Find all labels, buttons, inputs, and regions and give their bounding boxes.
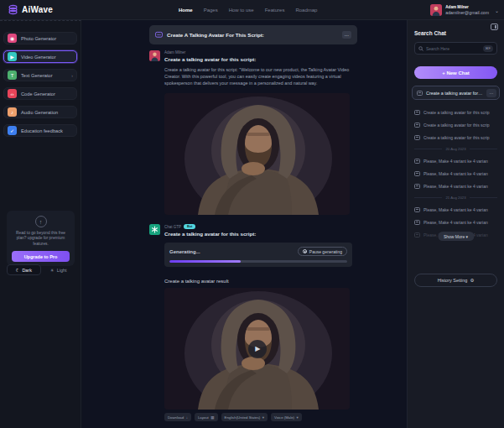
history-item[interactable]: Create a talking avatar for this scrip: [414, 107, 497, 118]
bot-badge: Bot: [184, 224, 195, 229]
chat-options-button[interactable]: ⋯: [486, 89, 496, 97]
main-nav: Home Pages How to use Features Roadmap: [179, 0, 317, 20]
history-item[interactable]: Please, Make 4 variant ke 4 varian: [414, 204, 497, 216]
history-item-label: Please, Make 4 variant ke 4 varian: [423, 207, 488, 212]
progress-fill: [169, 260, 241, 263]
light-label: Light: [57, 268, 67, 273]
date-divider: 21 Aug 2023: [414, 196, 497, 200]
chat-bubble-icon: [155, 31, 163, 39]
nav-roadmap[interactable]: Roadmap: [295, 8, 317, 13]
sidebar-item-audio-generation[interactable]: ♪ Audio Generation: [3, 106, 77, 118]
chevron-down-icon: ▾: [296, 415, 298, 420]
upload-arrow-icon: ↑: [35, 216, 47, 227]
download-icon: ↓: [186, 415, 188, 420]
chat-window-icon: [414, 110, 420, 115]
chat-window-icon: [414, 159, 420, 164]
camera-icon: ◉: [8, 34, 17, 43]
history-item[interactable]: Create a talking avatar for this scrip: [414, 119, 497, 131]
history-item[interactable]: Please, Make 4 variant ke 4 varian: [414, 168, 497, 180]
left-sidebar: ◉ Photo Generator ▶ Video Generator T Te…: [0, 20, 81, 428]
layout-button[interactable]: Layout ▦: [195, 413, 218, 421]
history-item[interactable]: Please, Make 4 variant ke 4 varian: [414, 217, 497, 228]
history-setting-button[interactable]: History Setting ⚙: [414, 274, 497, 287]
bot-author-row: Chat GTP Bot: [164, 224, 350, 229]
search-box: ⌘F: [414, 42, 497, 55]
history-item-label: Please, Make 4 variant ke 4 varian: [423, 171, 488, 176]
sidebar-item-text-generator[interactable]: T Text Generator ›: [3, 69, 77, 81]
history-item-label: Please, Make 4 variant ke 4 varian: [423, 184, 488, 189]
sidebar-item-label: Text Generator: [21, 73, 53, 78]
sun-icon: ☀: [50, 268, 55, 273]
music-icon: ♪: [8, 107, 17, 117]
history-item-label: Create a talking avatar for this scrip: [423, 110, 490, 115]
history-item[interactable]: Create a talking avatar for this scrip: [414, 132, 497, 144]
education-icon: ✓: [8, 126, 17, 135]
sidebar-item-video-generator[interactable]: ▶ Video Generator: [3, 50, 77, 63]
dark-label: Dark: [22, 268, 31, 273]
chat-window-icon: [414, 123, 420, 128]
message-body: Adam Milner Create a talking avatar for …: [164, 50, 350, 215]
right-panel: Search Chat ⌘F + New Chat Create a talki…: [407, 20, 504, 428]
nav-features[interactable]: Features: [265, 8, 285, 13]
sidebar-item-label: Audio Generation: [21, 110, 58, 115]
result-label: Create a talking avatar result: [164, 279, 350, 284]
voice-label: Voice (Male): [274, 415, 294, 420]
search-input[interactable]: [426, 46, 481, 51]
history-setting-label: History Setting: [438, 278, 468, 283]
chevron-down-icon: ⌄: [495, 8, 499, 13]
sidebar-item-code-generator[interactable]: ‹› Code Generator: [3, 87, 77, 100]
app-logo[interactable]: AiWave: [8, 4, 53, 15]
bot-author: Chat GTP: [164, 225, 181, 229]
message-text: Create a talking avatar for this script:…: [164, 66, 350, 86]
message-heading: Create a talking avatar for this script:: [164, 56, 350, 62]
sidebar-item-label: Video Generator: [21, 55, 56, 60]
nav-pages[interactable]: Pages: [204, 8, 218, 13]
chevron-down-icon: ▾: [262, 415, 264, 420]
result-video: ▶: [164, 288, 350, 410]
dark-mode-button[interactable]: ☾ Dark: [7, 264, 41, 275]
new-chat-button[interactable]: + New Chat: [414, 66, 497, 79]
sidebar-item-label: Photo Generator: [21, 36, 56, 41]
progress-bar: [169, 260, 347, 263]
video-icon: ▶: [8, 52, 17, 61]
play-button[interactable]: ▶: [248, 340, 267, 358]
language-select[interactable]: English(United States) ▾: [221, 413, 268, 421]
collapse-panel-icon[interactable]: [491, 23, 498, 30]
code-icon: ‹›: [8, 89, 17, 98]
active-chat-item[interactable]: Create a talking avatar for this scrip ⋯: [412, 86, 500, 100]
pause-icon: [303, 249, 307, 253]
upgrade-to-pro-button[interactable]: Upgrade to Pro: [12, 251, 70, 262]
user-avatar: [430, 4, 442, 16]
layout-grid-icon: ▦: [210, 415, 214, 420]
chat-window-icon: [414, 207, 420, 212]
chat-window-icon: [414, 135, 420, 140]
main-area: Create A Talking Avatar For This Script:…: [82, 20, 407, 428]
search-shortcut-badge: ⌘F: [483, 45, 493, 52]
sidebar-item-label: Code Generator: [21, 91, 55, 97]
sidebar-item-education-feedback[interactable]: ✓ Education feedback: [3, 124, 77, 137]
pause-generating-button[interactable]: Pause generating: [298, 247, 347, 256]
sidebar-item-photo-generator[interactable]: ◉ Photo Generator: [3, 32, 77, 44]
logo-rings-icon: [8, 4, 18, 15]
download-button[interactable]: Download ↓: [164, 413, 191, 421]
user-menu[interactable]: Adam Milner adamilner@gmail.com ⌄: [430, 3, 499, 18]
bot-heading: Create a talking avatar for this script:: [164, 231, 350, 237]
chat-options-button[interactable]: ⋯: [342, 31, 351, 39]
voice-select[interactable]: Voice (Male) ▾: [271, 413, 302, 421]
talking-avatar-image: [164, 93, 350, 215]
nav-home[interactable]: Home: [179, 8, 193, 13]
generating-row: Generating... Pause generating: [169, 247, 347, 256]
chat-header: Create A Talking Avatar For This Script:…: [149, 25, 357, 44]
chat-history-list: Create a talking avatar for this scrip C…: [414, 107, 497, 241]
nav-how-to-use[interactable]: How to use: [229, 8, 254, 13]
light-mode-button[interactable]: ☀ Light: [43, 264, 75, 275]
history-item[interactable]: Please, Make 4 variant ke 4 varian: [414, 155, 497, 167]
history-item[interactable]: Please, Make 4 variant ke 4 varian: [414, 180, 497, 192]
message-author: Adam Milner: [164, 50, 350, 55]
app-name: AiWave: [22, 5, 53, 14]
show-more-button[interactable]: Show More ▾: [438, 232, 474, 241]
user-meta: Adam Milner adamilner@gmail.com: [445, 5, 489, 15]
upgrade-card: ↑ Read to go beyond this free plan? upgr…: [7, 211, 75, 266]
message-body: Chat GTP Bot Create a talking avatar for…: [164, 224, 350, 421]
generating-label: Generating...: [169, 249, 200, 254]
